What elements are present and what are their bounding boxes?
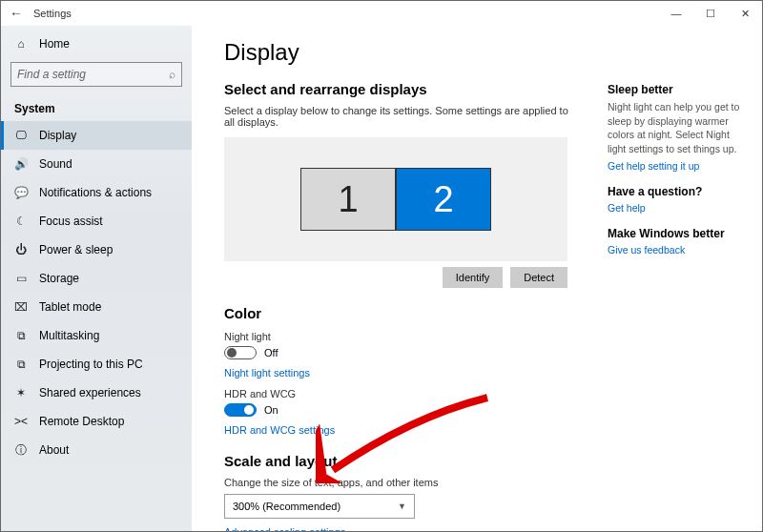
tablet-icon: ⌧ — [14, 300, 28, 314]
sidebar-item-label: Tablet mode — [39, 300, 101, 314]
sidebar-item-label: Display — [39, 129, 76, 142]
aside-sleep-title: Sleep better — [608, 83, 747, 96]
hdr-label: HDR and WCG — [224, 388, 571, 399]
aside-sleep-link[interactable]: Get help setting it up — [608, 160, 747, 172]
search-input[interactable]: Find a setting ⌕ — [10, 62, 182, 87]
sidebar-section-title: System — [1, 92, 192, 121]
sidebar-item-label: Power & sleep — [39, 243, 113, 256]
sidebar-home[interactable]: ⌂ Home — [1, 30, 192, 58]
sidebar-item-focus-assist[interactable]: ☾ Focus assist — [1, 207, 192, 235]
display-icon: 🖵 — [14, 129, 28, 142]
sidebar-item-about[interactable]: ⓘ About — [1, 436, 192, 464]
sidebar: ⌂ Home Find a setting ⌕ System 🖵 Display… — [1, 26, 192, 531]
sidebar-item-remote-desktop[interactable]: >< Remote Desktop — [1, 407, 192, 436]
section-rearrange-title: Select and rearrange displays — [224, 81, 571, 97]
minimize-button[interactable]: — — [659, 1, 693, 26]
monitor-2[interactable]: 2 — [396, 168, 491, 231]
aside-feedback-title: Make Windows better — [608, 227, 747, 240]
sidebar-item-label: Sound — [39, 157, 72, 171]
section-color-title: Color — [224, 305, 571, 321]
sidebar-item-multitasking[interactable]: ⧉ Multitasking — [1, 321, 192, 350]
sidebar-item-display[interactable]: 🖵 Display — [1, 121, 192, 150]
shared-icon: ✶ — [14, 386, 28, 399]
section-scale-title: Scale and layout — [224, 453, 571, 469]
scale-dropdown[interactable]: 300% (Recommended) ▼ — [224, 494, 415, 519]
night-light-settings-link[interactable]: Night light settings — [224, 367, 571, 379]
sidebar-item-notifications[interactable]: 💬 Notifications & actions — [1, 178, 192, 207]
titlebar: ← Settings — ☐ ✕ — [1, 1, 762, 26]
scale-description: Change the size of text, apps, and other… — [224, 477, 571, 488]
hdr-state: On — [264, 404, 278, 416]
home-icon: ⌂ — [14, 37, 28, 51]
sidebar-home-label: Home — [39, 37, 70, 51]
sidebar-item-label: About — [39, 443, 69, 457]
moon-icon: ☾ — [14, 215, 28, 228]
toggle-switch-on[interactable] — [224, 403, 257, 417]
settings-window: ← Settings — ☐ ✕ ⌂ Home Find a setting ⌕… — [0, 0, 763, 532]
main: Display Select and rearrange displays Se… — [192, 26, 762, 531]
aside-sleep-text: Night light can help you get to sleep by… — [608, 100, 747, 156]
close-button[interactable]: ✕ — [728, 1, 762, 26]
search-icon: ⌕ — [169, 68, 175, 81]
sidebar-item-label: Projecting to this PC — [39, 358, 143, 371]
sidebar-item-storage[interactable]: ▭ Storage — [1, 264, 192, 293]
sidebar-item-label: Focus assist — [39, 215, 103, 228]
storage-icon: ▭ — [14, 272, 28, 285]
toggle-switch-off[interactable] — [224, 346, 257, 359]
sound-icon: 🔊 — [14, 157, 28, 171]
sidebar-item-label: Multitasking — [39, 329, 99, 342]
sidebar-item-sound[interactable]: 🔊 Sound — [1, 150, 192, 178]
night-light-label: Night light — [224, 331, 571, 342]
sidebar-item-label: Remote Desktop — [39, 415, 124, 428]
sidebar-item-power-sleep[interactable]: ⏻ Power & sleep — [1, 235, 192, 264]
identify-button[interactable]: Identify — [443, 267, 503, 288]
aside-question-title: Have a question? — [608, 185, 747, 198]
projecting-icon: ⧉ — [14, 358, 28, 371]
night-light-state: Off — [264, 347, 278, 358]
aside-feedback-link[interactable]: Give us feedback — [608, 244, 747, 256]
sidebar-item-shared-experiences[interactable]: ✶ Shared experiences — [1, 379, 192, 407]
hdr-toggle[interactable]: On — [224, 403, 571, 417]
maximize-button[interactable]: ☐ — [693, 1, 728, 26]
sidebar-item-tablet-mode[interactable]: ⌧ Tablet mode — [1, 293, 192, 321]
advanced-scaling-link[interactable]: Advanced scaling settings — [224, 526, 571, 531]
multitasking-icon: ⧉ — [14, 329, 28, 342]
aside-get-help-link[interactable]: Get help — [608, 202, 747, 214]
titlebar-title: Settings — [31, 8, 72, 19]
monitor-buttons: Identify Detect — [224, 267, 567, 288]
notifications-icon: 💬 — [14, 186, 28, 199]
sidebar-item-label: Notifications & actions — [39, 186, 152, 199]
sidebar-item-projecting[interactable]: ⧉ Projecting to this PC — [1, 350, 192, 379]
remote-icon: >< — [14, 415, 28, 428]
display-arrangement-area[interactable]: 1 2 — [224, 137, 567, 261]
content: Display Select and rearrange displays Se… — [192, 26, 600, 531]
page-title: Display — [224, 39, 571, 66]
sidebar-item-label: Shared experiences — [39, 386, 141, 399]
power-icon: ⏻ — [14, 243, 28, 256]
night-light-toggle[interactable]: Off — [224, 346, 571, 359]
search-placeholder: Find a setting — [17, 68, 86, 81]
sidebar-item-label: Storage — [39, 272, 79, 285]
hdr-settings-link[interactable]: HDR and WCG settings — [224, 424, 571, 436]
aside: Sleep better Night light can help you ge… — [600, 26, 762, 531]
window-controls: — ☐ ✕ — [659, 1, 762, 26]
rearrange-description: Select a display below to change its set… — [224, 105, 571, 128]
info-icon: ⓘ — [14, 442, 28, 459]
scale-value: 300% (Recommended) — [233, 501, 340, 512]
back-button[interactable]: ← — [1, 6, 31, 21]
monitor-1[interactable]: 1 — [300, 168, 396, 231]
chevron-down-icon: ▼ — [398, 501, 406, 511]
detect-button[interactable]: Detect — [510, 267, 567, 288]
